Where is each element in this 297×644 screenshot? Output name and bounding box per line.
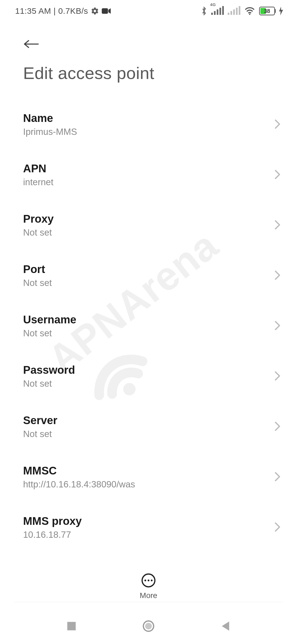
- row-proxy[interactable]: Proxy Not set: [0, 200, 297, 250]
- status-time: 11:35 AM | 0.7KB/s: [15, 6, 88, 16]
- chevron-right-icon: [274, 170, 280, 181]
- row-label: Password: [23, 364, 75, 376]
- chevron-right-icon: [274, 472, 280, 483]
- status-bar: 11:35 AM | 0.7KB/s 4G 38: [0, 0, 297, 22]
- system-nav-bar: [0, 608, 297, 644]
- gear-icon: [91, 7, 99, 15]
- row-value: Not set: [23, 227, 54, 238]
- status-left: 11:35 AM | 0.7KB/s: [15, 6, 111, 16]
- nav-back-button[interactable]: [217, 618, 234, 634]
- row-label: Name: [23, 112, 77, 124]
- row-value: internet: [23, 177, 53, 187]
- apn-settings-list: Name Iprimus-MMS APN internet Proxy Not …: [0, 94, 297, 619]
- bottom-action-bar: More: [0, 572, 297, 600]
- svg-rect-8: [67, 622, 76, 631]
- svg-point-1: [249, 14, 251, 15]
- svg-point-6: [148, 580, 149, 581]
- chevron-right-icon: [274, 321, 280, 332]
- row-value: Not set: [23, 429, 57, 439]
- svg-point-10: [145, 623, 152, 629]
- row-mmsc[interactable]: MMSC http://10.16.18.4:38090/was: [0, 452, 297, 502]
- row-label: Proxy: [23, 213, 54, 225]
- chevron-right-icon: [274, 220, 280, 231]
- chevron-right-icon: [274, 421, 280, 432]
- charging-icon: [279, 7, 283, 15]
- row-value: Iprimus-MMS: [23, 127, 77, 137]
- row-value: http://10.16.18.4:38090/was: [23, 479, 135, 490]
- video-icon: [102, 7, 111, 15]
- more-label: More: [140, 591, 157, 600]
- row-label: Username: [23, 313, 76, 326]
- divider: [14, 602, 283, 602]
- row-apn[interactable]: APN internet: [0, 150, 297, 200]
- battery-pct: 38: [264, 8, 270, 14]
- row-value: Not set: [23, 328, 76, 339]
- row-port[interactable]: Port Not set: [0, 250, 297, 301]
- status-right: 4G 38: [201, 6, 283, 16]
- more-button[interactable]: [141, 572, 156, 588]
- cellular-signal-1-icon: 4G: [211, 6, 224, 16]
- nav-home-button[interactable]: [140, 618, 157, 634]
- svg-point-5: [144, 580, 146, 581]
- bluetooth-icon: [201, 6, 207, 16]
- svg-point-7: [151, 580, 152, 581]
- chevron-right-icon: [274, 371, 280, 382]
- row-label: Port: [23, 263, 52, 275]
- row-value: Not set: [23, 378, 75, 389]
- row-label: MMSC: [23, 465, 135, 477]
- chevron-right-icon: [274, 119, 280, 130]
- back-button[interactable]: [23, 36, 40, 52]
- svg-rect-0: [102, 8, 108, 14]
- wifi-icon: [244, 7, 255, 15]
- cellular-signal-2-icon: [228, 6, 240, 16]
- row-mms-proxy[interactable]: MMS proxy 10.16.18.77: [0, 502, 297, 553]
- network-tag: 4G: [210, 2, 216, 7]
- battery-icon: 38: [259, 7, 275, 15]
- chevron-right-icon: [274, 522, 280, 533]
- row-value: Not set: [23, 278, 52, 288]
- row-label: MMS proxy: [23, 515, 82, 527]
- chevron-right-icon: [274, 270, 280, 281]
- row-label: Server: [23, 414, 57, 427]
- nav-recent-button[interactable]: [63, 618, 80, 634]
- row-label: APN: [23, 162, 53, 175]
- row-server[interactable]: Server Not set: [0, 402, 297, 452]
- page-title: Edit access point: [23, 63, 297, 83]
- row-name[interactable]: Name Iprimus-MMS: [0, 99, 297, 150]
- row-password[interactable]: Password Not set: [0, 351, 297, 402]
- row-value: 10.16.18.77: [23, 530, 82, 540]
- row-username[interactable]: Username Not set: [0, 301, 297, 351]
